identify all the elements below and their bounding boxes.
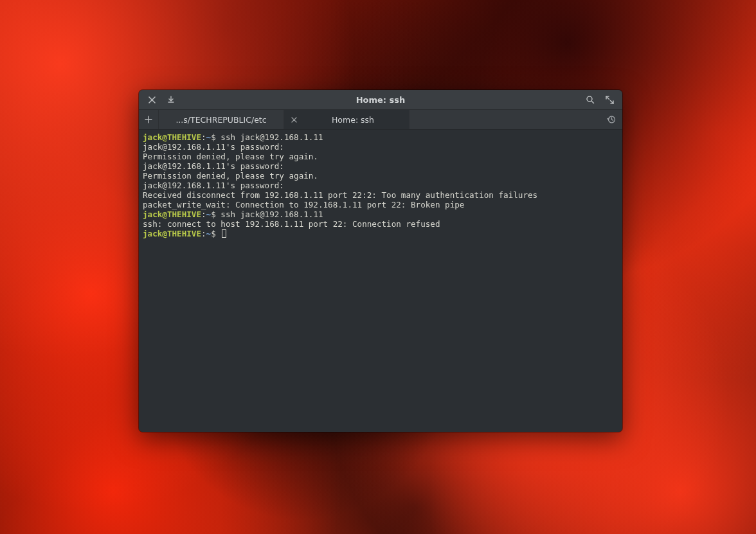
new-tab-button[interactable] bbox=[139, 110, 159, 129]
titlebar[interactable]: Home: ssh bbox=[139, 90, 622, 110]
close-icon[interactable] bbox=[147, 94, 157, 105]
history-icon[interactable] bbox=[607, 110, 616, 129]
terminal-command-line: jack@THEHIVE:~$ bbox=[143, 229, 618, 238]
search-icon[interactable] bbox=[585, 94, 595, 105]
fullscreen-icon[interactable] bbox=[604, 94, 615, 105]
download-icon[interactable] bbox=[166, 94, 176, 105]
terminal-output-line: jack@192.168.1.11's password: bbox=[143, 181, 618, 190]
desktop-wallpaper: Home: ssh ...s/TECHREPUBLIC/etc bbox=[0, 0, 756, 534]
terminal-output-line: Permission denied, please try again. bbox=[143, 171, 618, 181]
window-title: Home: ssh bbox=[184, 95, 577, 105]
tab-bar: ...s/TECHREPUBLIC/etc Home: ssh bbox=[139, 110, 622, 130]
close-tab-icon[interactable] bbox=[289, 115, 298, 124]
terminal-output-line: ssh: connect to host 192.168.1.11 port 2… bbox=[143, 219, 618, 229]
tab-label: Home: ssh bbox=[302, 115, 404, 125]
terminal-output-line: jack@192.168.1.11's password: bbox=[143, 142, 618, 152]
terminal-window: Home: ssh ...s/TECHREPUBLIC/etc bbox=[139, 90, 622, 432]
terminal-cursor bbox=[222, 229, 226, 238]
terminal-command-line: jack@THEHIVE:~$ ssh jack@192.168.1.11 bbox=[143, 132, 618, 142]
terminal-command-line: jack@THEHIVE:~$ ssh jack@192.168.1.11 bbox=[143, 209, 618, 219]
tab-techrepublic[interactable]: ...s/TECHREPUBLIC/etc bbox=[159, 110, 284, 129]
terminal-output-line: jack@192.168.1.11's password: bbox=[143, 161, 618, 171]
terminal-output-line: Received disconnect from 192.168.1.11 po… bbox=[143, 190, 618, 200]
terminal-output-line: packet_write_wait: Connection to 192.168… bbox=[143, 200, 618, 209]
tab-label: ...s/TECHREPUBLIC/etc bbox=[164, 115, 278, 125]
terminal-output[interactable]: jack@THEHIVE:~$ ssh jack@192.168.1.11jac… bbox=[139, 130, 622, 432]
terminal-output-line: Permission denied, please try again. bbox=[143, 152, 618, 161]
tab-home-ssh[interactable]: Home: ssh bbox=[284, 110, 410, 129]
